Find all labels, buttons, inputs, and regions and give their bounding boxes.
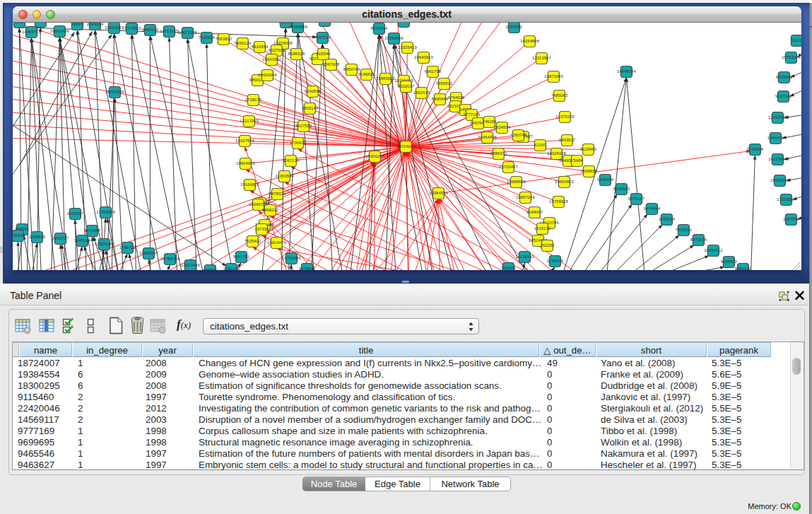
svg-text:9699695: 9699695 [580, 169, 597, 173]
svg-text:18724007: 18724007 [396, 144, 416, 148]
svg-text:9777169: 9777169 [463, 112, 480, 117]
svg-text:18637: 18637 [71, 23, 83, 26]
svg-text:2087682: 2087682 [505, 25, 522, 29]
svg-text:16154808: 16154808 [520, 39, 539, 43]
svg-text:6794028: 6794028 [447, 95, 464, 100]
svg-text:7515524: 7515524 [198, 35, 215, 40]
svg-text:6679197: 6679197 [628, 197, 645, 201]
svg-text:1375645: 1375645 [298, 267, 315, 270]
svg-text:16543382: 16543382 [262, 57, 281, 62]
svg-text:4498222: 4498222 [261, 208, 278, 212]
svg-text:9660124: 9660124 [234, 41, 251, 45]
svg-text:9457791: 9457791 [233, 255, 249, 259]
svg-text:2935114: 2935114 [659, 217, 676, 221]
svg-text:62160: 62160 [534, 143, 546, 147]
svg-text:2718176: 2718176 [245, 98, 261, 102]
svg-text:9975887: 9975887 [83, 228, 100, 233]
svg-text:9245652: 9245652 [720, 259, 737, 264]
svg-text:15273602: 15273602 [122, 26, 141, 30]
svg-text:1440954: 1440954 [596, 177, 613, 182]
svg-text:1052139: 1052139 [223, 267, 240, 270]
svg-text:19654923: 19654923 [555, 180, 574, 184]
svg-text:15716485: 15716485 [282, 256, 301, 260]
svg-text:12213369: 12213369 [240, 119, 259, 123]
svg-text:7886372: 7886372 [490, 151, 507, 156]
svg-text:7663822: 7663822 [215, 37, 232, 41]
svg-text:8186328: 8186328 [288, 52, 305, 56]
svg-text:2803144: 2803144 [301, 106, 318, 110]
svg-text:16914479: 16914479 [267, 240, 286, 245]
svg-text:8912954: 8912954 [251, 45, 268, 49]
svg-text:963450: 963450 [501, 266, 516, 270]
svg-text:1803: 1803 [14, 23, 24, 24]
svg-text:6466160: 6466160 [141, 28, 158, 32]
svg-text:160338: 160338 [278, 23, 293, 24]
svg-text:8938923: 8938923 [613, 187, 630, 191]
svg-text:14055713: 14055713 [22, 30, 41, 34]
svg-text:10688609: 10688609 [507, 180, 526, 184]
svg-text:12093322: 12093322 [768, 115, 787, 119]
svg-text:15751074: 15751074 [782, 55, 801, 59]
svg-text:19654935: 19654935 [236, 161, 255, 165]
svg-text:2367608: 2367608 [322, 62, 339, 66]
svg-text:19756928: 19756928 [549, 199, 568, 204]
svg-text:12375125: 12375125 [555, 115, 575, 119]
svg-text:7485063: 7485063 [551, 93, 567, 98]
svg-text:915546: 915546 [316, 52, 331, 56]
svg-text:12505185: 12505185 [95, 242, 114, 246]
svg-text:2104164: 2104164 [86, 23, 103, 26]
svg-text:19384554: 19384554 [429, 191, 448, 195]
svg-text:8813054: 8813054 [370, 26, 387, 30]
svg-text:12923446: 12923446 [181, 263, 200, 267]
svg-text:10719155: 10719155 [160, 29, 179, 33]
svg-text:9384512: 9384512 [734, 267, 751, 270]
svg-text:9327506: 9327506 [268, 48, 285, 52]
svg-text:1156829: 1156829 [29, 235, 46, 239]
svg-text:14136141: 14136141 [515, 255, 534, 259]
svg-text:75684: 75684 [571, 158, 583, 163]
svg-text:9267130: 9267130 [282, 158, 299, 163]
svg-text:252254: 252254 [540, 243, 555, 247]
svg-text:19166825: 19166825 [240, 182, 259, 187]
svg-text:9242848: 9242848 [304, 89, 321, 93]
svg-text:16210643: 16210643 [768, 157, 787, 161]
svg-text:16033809: 16033809 [288, 25, 307, 29]
svg-text:18300295: 18300295 [365, 154, 384, 158]
svg-text:746266: 746266 [482, 119, 497, 124]
svg-text:8990448: 8990448 [431, 97, 448, 101]
svg-text:1615132: 1615132 [534, 226, 551, 230]
svg-text:20099: 20099 [35, 23, 47, 23]
svg-text:19218506: 19218506 [384, 36, 404, 40]
svg-text:8413054: 8413054 [395, 23, 412, 23]
svg-text:10107554: 10107554 [235, 139, 254, 143]
svg-text:13325419: 13325419 [398, 45, 417, 49]
svg-text:3624554: 3624554 [493, 125, 510, 129]
svg-text:15807249: 15807249 [516, 195, 535, 199]
svg-text:20364436: 20364436 [478, 135, 497, 139]
svg-text:8471676: 8471676 [690, 238, 707, 242]
svg-text:10958107: 10958107 [139, 251, 158, 255]
svg-text:11170: 11170 [791, 38, 801, 42]
svg-text:2020657: 2020657 [66, 211, 83, 216]
svg-text:1167534: 1167534 [783, 217, 800, 221]
svg-text:15720407: 15720407 [499, 165, 518, 169]
svg-text:9474444: 9474444 [643, 206, 660, 211]
svg-text:10654112: 10654112 [704, 248, 723, 252]
svg-text:10973493: 10973493 [544, 74, 563, 78]
svg-text:3215958: 3215958 [746, 147, 763, 151]
svg-text:8454749: 8454749 [343, 67, 360, 71]
svg-text:6961758: 6961758 [424, 69, 441, 74]
svg-text:9463627: 9463627 [558, 138, 575, 142]
svg-text:2942757: 2942757 [52, 236, 69, 240]
svg-text:10025438: 10025438 [547, 151, 566, 156]
svg-text:9115460: 9115460 [580, 147, 597, 151]
svg-text:15885520: 15885520 [376, 76, 395, 81]
svg-text:10671355: 10671355 [178, 30, 197, 35]
svg-text:7857224: 7857224 [314, 35, 331, 40]
svg-text:8878334: 8878334 [269, 192, 286, 196]
svg-text:9227342: 9227342 [775, 94, 792, 98]
svg-text:20691406: 20691406 [50, 29, 69, 33]
svg-text:9184067: 9184067 [526, 210, 543, 214]
svg-text:1145194: 1145194 [74, 238, 91, 243]
svg-text:16782759: 16782759 [160, 257, 180, 261]
